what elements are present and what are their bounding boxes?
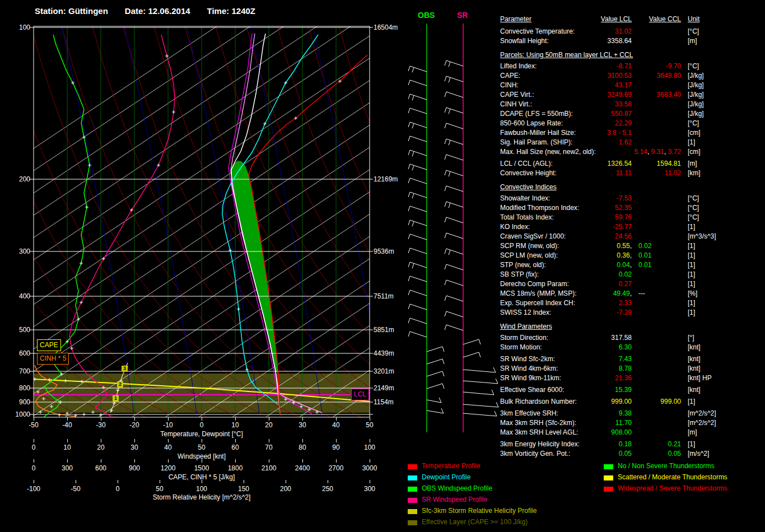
axis-tick-mark <box>34 459 34 463</box>
axis-tick-mark <box>202 480 202 483</box>
value-lcl-cell: 3358.64 <box>608 37 632 45</box>
value-lcl-cell: 3100.53 <box>608 72 632 80</box>
axis-tick-label: 30 <box>119 444 150 451</box>
value-lcl-cell: 7.43 <box>619 355 632 363</box>
parameter-value: 0.21 <box>668 440 681 448</box>
axis-tick-label: -50 <box>18 421 49 429</box>
parameter-label: STP (new, old): <box>500 261 546 269</box>
table-row: SR Wind 9km-11km:21.36[knt] HP <box>500 374 765 384</box>
unit-cell: [1] <box>688 261 695 269</box>
parameter-value: , <box>647 148 651 156</box>
parameter-label: Modified Thompson Index: <box>500 204 579 212</box>
parameter-label: CINH: <box>500 81 519 89</box>
value-ccl-cell: 5.14, 9.31, 3.72 <box>635 148 681 156</box>
altitude-tick-label: 16504m <box>374 24 398 31</box>
parameter-label: Fawbush-Miller Hail Size: <box>500 129 576 137</box>
column-header-unit: Unit <box>688 15 699 23</box>
axis-tick-mark <box>168 439 169 442</box>
table-row: 3km Vorticity Gen. Pot.:0.050.05[m/s^2] <box>500 450 765 459</box>
table-row: STP (new, old):0.04,0.01[1] <box>500 261 765 270</box>
axis-tick-label: 1500 <box>186 464 217 472</box>
value-lcl-cell: 31.02 <box>615 27 632 35</box>
pressure-tick-label: 900 <box>11 398 30 406</box>
axis-tick-mark <box>370 480 370 483</box>
severity-legend-item-label: No / Non Severe Thunderstorms <box>618 462 715 470</box>
axis-tick-label: -40 <box>52 421 83 429</box>
parameter-value: , <box>630 290 632 297</box>
value-lcl-cell: 52.35 <box>615 204 632 212</box>
altitude-tick-label: 9536m <box>374 248 394 255</box>
value-lcl-cell: 11.70 <box>615 419 632 427</box>
table-row: Total Totals Index:59.76[°C] <box>500 213 765 223</box>
unit-cell: [°C] <box>688 204 699 212</box>
table-section-header: Parcels: Using 50mB mean layer LCL + CCL <box>500 51 765 62</box>
parameter-value: 3.8 - 5.1 <box>607 129 632 137</box>
table-row: SCP LM (new, old):0.36,0.01[1] <box>500 251 765 261</box>
parameter-value: 0.36 <box>617 251 629 259</box>
parameter-value: 1326.54 <box>608 160 632 167</box>
severity-legend-item-swatch <box>604 475 613 480</box>
parameter-label: 3km Vorticity Gen. Pot.: <box>500 450 570 458</box>
parameter-value: 908.00 <box>611 428 632 436</box>
parameter-value: 0.02 <box>638 242 651 250</box>
table-row: Exp. Supercell Index CH:2.33[1] <box>500 299 765 309</box>
parameter-value: 0.05 <box>619 450 632 458</box>
parameter-value: 3683.40 <box>657 91 681 99</box>
parameter-value: 21.36 <box>615 374 632 382</box>
axis-tick-mark <box>202 439 202 442</box>
parameter-label: Exp. Supercell Index CH: <box>500 299 575 307</box>
table-row: SCP RM (new, old):0.55,0.02[1] <box>500 242 765 251</box>
table-row: Craven SigSvr / 1000:24.56[m^3/s^3] <box>500 232 765 242</box>
parameter-label: Snowfall Height: <box>500 37 549 45</box>
table-row: 3km Effective SRH:9.38[m^2/s^2] <box>500 409 765 419</box>
parameter-value: 9.31 <box>651 148 664 156</box>
table-row: DCAPE (LFS = 550mB):550.87[J/kg] <box>500 110 765 119</box>
parameter-value: --- <box>638 290 645 297</box>
value-lcl-cell: 0.18 <box>619 440 632 448</box>
parameter-value: 33.58 <box>615 100 632 108</box>
pressure-tick-label: 300 <box>11 248 30 255</box>
unit-cell: [1] <box>688 242 695 250</box>
value-lcl-cell: 49.49, <box>613 290 632 297</box>
axis-tick-label: -30 <box>85 421 116 429</box>
value-lcl-cell: 0.04, <box>617 261 632 269</box>
axis-tick-mark <box>244 480 244 483</box>
table-row: Storm Direction:317.58[°] <box>500 334 765 343</box>
axis-tick-label: 1800 <box>220 464 251 472</box>
axis-tick-label: 100 <box>354 444 385 451</box>
value-ccl-cell: 0.05 <box>668 450 681 458</box>
parameter-label: 3km Effective SRH: <box>500 409 558 417</box>
value-lcl-cell: 908.00 <box>611 428 632 436</box>
parameter-value: 550.87 <box>611 110 632 118</box>
profile-legend-item-swatch <box>408 487 417 492</box>
axis-tick-label: 10 <box>220 421 251 429</box>
table-row: LCL / CCL (AGL):1326.541594.81[m] <box>500 160 765 169</box>
value-lcl-cell: 59.76 <box>615 213 632 221</box>
parameter-value: 999.00 <box>611 398 632 405</box>
unit-cell: [m^2/s^2] <box>688 409 716 417</box>
profile-legend-item-swatch <box>408 475 417 480</box>
profile-legend-item-swatch <box>408 509 417 514</box>
pressure-tick-label: 400 <box>11 292 30 300</box>
parameter-label: Derecho Comp Param: <box>500 280 569 288</box>
value-ccl-cell: --- <box>638 290 645 297</box>
parameter-label: SWISS 12 Index: <box>500 309 551 316</box>
value-lcl-cell: -7.53 <box>617 194 632 202</box>
axis-tick-mark <box>134 439 135 442</box>
table-row: Showalter Index:-7.53[°C] <box>500 194 765 204</box>
table-row: Max 3km SRH Level AGL:908.00[m] <box>500 428 765 438</box>
value-lcl-cell: 0.27 <box>619 280 632 288</box>
axis-tick-mark <box>269 439 269 442</box>
table-row: SB STP (fix):0.02[1] <box>500 270 765 280</box>
unit-cell: [1] <box>688 270 695 278</box>
axis-tick-mark <box>370 417 370 421</box>
value-lcl-cell: 0.36, <box>617 251 632 259</box>
axis-tick-label: 0 <box>102 485 133 493</box>
parameter-label: Max. Hail Size (new, new2, old): <box>500 148 596 156</box>
unit-cell: [m] <box>688 428 697 436</box>
unit-cell: [1] <box>688 440 695 448</box>
parameter-value: 0.27 <box>619 280 632 288</box>
parameter-value: , <box>630 251 632 259</box>
table-section-header: Convective Indices <box>500 183 765 194</box>
axis-tick-label: 0 <box>186 421 217 429</box>
